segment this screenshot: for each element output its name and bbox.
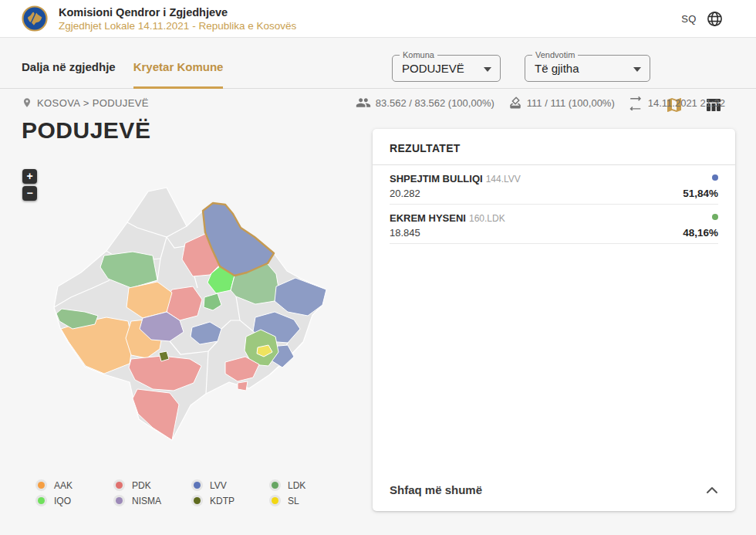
vendvotim-select[interactable]: Vendvotim Të gjitha (525, 55, 650, 82)
party-color-dot (38, 497, 45, 504)
tab-kryetar-komune[interactable]: Kryetar Komune (133, 60, 224, 89)
globe-icon[interactable] (706, 10, 724, 28)
map-region-hani-i-elezit[interactable] (238, 381, 248, 391)
stat-voters: 83.562 / 83.562 (100,00%) (356, 95, 494, 110)
candidate-number: 160.LDK (469, 213, 505, 224)
party-color-dot (194, 482, 201, 489)
legend-dot-ring (35, 479, 47, 491)
vendvotim-select-label: Vendvotim (532, 50, 578, 59)
info-bar: KOSOVA > PODUJEVË 83.562 / 83.562 (100,0… (0, 90, 756, 116)
chevron-down-icon (633, 67, 641, 72)
candidate-name: EKREM HYSENI160.LDK (390, 212, 683, 224)
legend-dot-ring (269, 495, 281, 506)
party-color-dot (38, 482, 45, 489)
party-color-dot (194, 497, 201, 504)
legend-dot-ring (191, 495, 203, 506)
chevron-up-icon[interactable] (706, 486, 718, 494)
map-panel: + − (15, 157, 359, 469)
candidate-votes: 18.845 (390, 227, 683, 239)
party-color-dot (712, 214, 718, 220)
results-card: REZULTATET SHPEJTIM BULLIQI144.LVV 20.28… (373, 129, 735, 511)
candidate-list: SHPEJTIM BULLIQI144.LVV 20.282 51,84% EK… (373, 165, 735, 244)
stat-stations-value: 111 / 111 (100,00%) (527, 97, 615, 109)
candidate-row: SHPEJTIM BULLIQI144.LVV 20.282 51,84% (390, 165, 718, 205)
legend-dot-ring (35, 495, 47, 506)
kqz-logo (22, 5, 48, 32)
party-color-dot (272, 497, 278, 504)
breadcrumb: KOSOVA > PODUJEVË (22, 97, 149, 109)
tab-dalja-ne-zgjedhje[interactable]: Dalja në zgjedhje (22, 60, 116, 89)
candidate-number: 144.LVV (486, 174, 521, 185)
party-legend: AAK PDK LVV LDK IQO NISMA KDTP SL (35, 479, 347, 506)
sync-icon (629, 96, 643, 110)
toolbar: Dalja në zgjedhje Kryetar Komune Komuna … (0, 39, 756, 89)
komuna-select-value: PODUJEVË (402, 62, 464, 75)
komuna-select-label: Komuna (400, 50, 437, 59)
vendvotim-select-value: Të gjitha (535, 62, 579, 75)
candidate-percentage: 51,84% (683, 188, 718, 199)
legend-item-kdtp: KDTP (191, 495, 269, 506)
komuna-select[interactable]: Komuna PODUJEVË (392, 55, 501, 82)
candidate-name: SHPEJTIM BULLIQI144.LVV (390, 173, 683, 185)
results-title: REZULTATET (373, 129, 735, 165)
breadcrumb-text: KOSOVA > PODUJEVË (37, 97, 149, 109)
ballot-icon (508, 96, 522, 110)
location-pin-icon (22, 97, 32, 108)
stats-group: 83.562 / 83.562 (100,00%) 111 / 111 (100… (356, 95, 725, 110)
stat-stations: 111 / 111 (100,00%) (508, 96, 615, 110)
legend-item-lvv: LVV (191, 479, 269, 491)
zoom-out-button[interactable]: − (22, 186, 37, 201)
show-more-button[interactable]: Shfaq më shumë (373, 470, 735, 511)
legend-item-ldk: LDK (269, 479, 347, 491)
legend-item-aak: AAK (35, 479, 113, 491)
stat-updated: 14.11.2021 21:32 (629, 96, 725, 110)
party-color-dot (272, 482, 278, 489)
legend-dot-ring (113, 495, 125, 506)
legend-item-sl: SL (269, 495, 347, 506)
map-region-dragash[interactable] (133, 389, 179, 440)
legend-item-nisma: NISMA (113, 495, 191, 506)
candidate-row: EKREM HYSENI160.LDK 18.845 48,16% (390, 205, 718, 244)
app-title: Komisioni Qendror i Zgjedhjeve (59, 6, 296, 19)
zoom-in-button[interactable]: + (22, 169, 37, 184)
legend-dot-ring (191, 479, 203, 491)
legend-dot-ring (113, 479, 125, 491)
legend-item-pdk: PDK (113, 479, 191, 491)
map-region-mamushe[interactable] (159, 351, 169, 361)
group-icon (356, 95, 371, 110)
language-code[interactable]: SQ (681, 13, 697, 25)
kosovo-map[interactable] (15, 157, 359, 469)
stat-voters-value: 83.562 / 83.562 (100,00%) (376, 97, 494, 109)
app-header: Komisioni Qendror i Zgjedhjeve Zgjedhjet… (0, 0, 756, 38)
party-color-dot (116, 482, 123, 489)
page-title: PODUJEVË (22, 117, 150, 144)
tab-bar: Dalja në zgjedhje Kryetar Komune (22, 60, 223, 89)
legend-item-iqo: IQO (35, 495, 113, 506)
chevron-down-icon (484, 67, 491, 72)
candidate-votes: 20.282 (390, 188, 683, 199)
stat-updated-value: 14.11.2021 21:32 (648, 97, 725, 109)
candidate-percentage: 48,16% (683, 227, 718, 239)
party-color-dot (712, 174, 718, 181)
legend-dot-ring (269, 479, 281, 491)
app-subtitle: Zgjedhjet Lokale 14.11.2021 - Republika … (59, 20, 296, 32)
party-color-dot (116, 497, 123, 504)
